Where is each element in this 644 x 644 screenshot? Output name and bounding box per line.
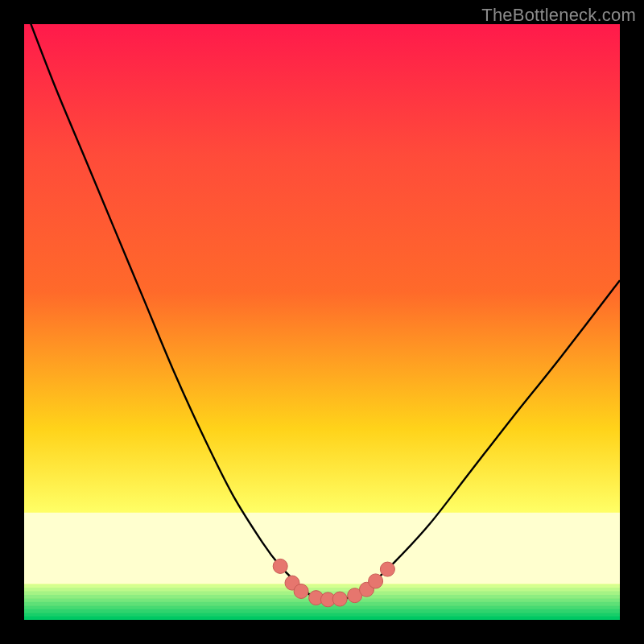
curve-markers: [273, 559, 394, 606]
bottleneck-curve: [24, 24, 620, 600]
curve-layer: [24, 24, 620, 620]
marker-dot: [332, 592, 347, 606]
marker-dot: [380, 562, 394, 576]
watermark-text: TheBottleneck.com: [481, 5, 636, 26]
marker-dot: [273, 559, 287, 573]
chart-container: TheBottleneck.com: [0, 0, 644, 644]
marker-dot: [294, 584, 308, 598]
plot-area: [24, 24, 620, 620]
marker-dot: [369, 574, 383, 588]
